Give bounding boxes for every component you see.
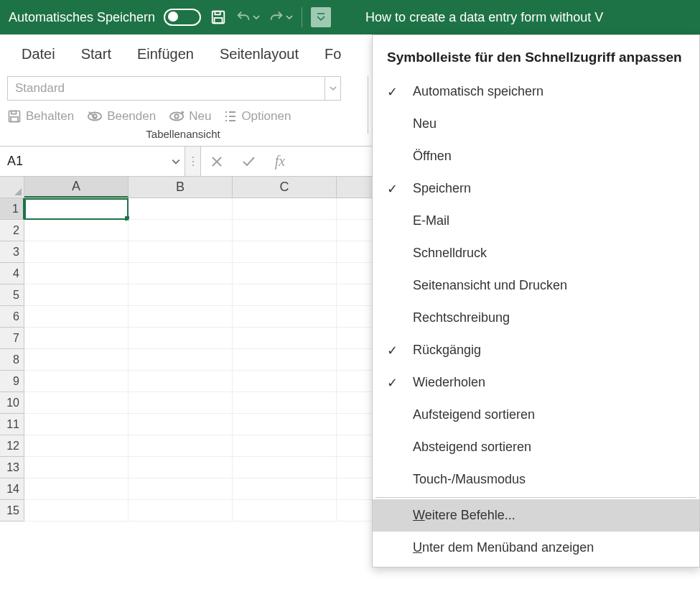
qat-show-below-ribbon[interactable]: Unter dem Menüband anzeigen: [373, 532, 699, 564]
save-icon[interactable]: [210, 9, 227, 26]
cell[interactable]: [129, 284, 233, 306]
row-header[interactable]: 11: [0, 414, 24, 435]
cell[interactable]: [129, 500, 233, 522]
row-header[interactable]: 4: [0, 263, 24, 284]
cell[interactable]: [233, 328, 337, 349]
cell[interactable]: [233, 478, 337, 500]
cell[interactable]: [233, 241, 337, 263]
qat-menu-item[interactable]: ✓Wiederholen: [373, 366, 699, 399]
row-header[interactable]: 13: [0, 457, 24, 478]
qat-customize-button[interactable]: [311, 7, 331, 27]
cell[interactable]: [233, 371, 337, 392]
redo-button[interactable]: [269, 9, 293, 25]
row-header[interactable]: 10: [0, 392, 24, 414]
qat-menu-item[interactable]: E-Mail: [373, 205, 699, 237]
qat-item-label: Aufsteigend sortieren: [413, 407, 535, 422]
cell[interactable]: [24, 328, 129, 349]
tab-file[interactable]: Datei: [11, 43, 65, 65]
cell[interactable]: [24, 500, 129, 522]
keep-button[interactable]: Behalten: [7, 109, 74, 124]
cancel-button[interactable]: [201, 155, 233, 168]
fx-button[interactable]: fx: [264, 153, 296, 170]
cell[interactable]: [129, 263, 233, 284]
cell[interactable]: [24, 263, 129, 284]
tab-formulas[interactable]: Fo: [314, 43, 351, 65]
row-header[interactable]: 3: [0, 241, 24, 263]
undo-button[interactable]: [235, 9, 260, 25]
sheet-view-select[interactable]: Standard: [7, 76, 341, 101]
cell[interactable]: [233, 198, 337, 220]
qat-more-commands[interactable]: Weitere Befehle...: [373, 499, 699, 532]
options-button[interactable]: Optionen: [224, 109, 291, 124]
cell[interactable]: [129, 414, 233, 435]
cell[interactable]: [24, 414, 129, 435]
row-header[interactable]: 8: [0, 349, 24, 371]
column-header-a[interactable]: A: [24, 177, 129, 198]
row-header[interactable]: 1: [0, 198, 24, 220]
cell[interactable]: [233, 414, 337, 435]
qat-menu-item[interactable]: ✓Automatisch speichern: [373, 75, 699, 108]
cell[interactable]: [233, 457, 337, 478]
cell[interactable]: [24, 371, 129, 392]
cell[interactable]: [233, 284, 337, 306]
exit-button[interactable]: Beenden: [87, 109, 156, 124]
row-header[interactable]: 12: [0, 435, 24, 457]
cell[interactable]: [233, 392, 337, 414]
cell[interactable]: [24, 220, 129, 241]
cell[interactable]: [129, 328, 233, 349]
cell[interactable]: [24, 435, 129, 457]
cell[interactable]: [24, 306, 129, 328]
qat-menu-item[interactable]: ✓Speichern: [373, 172, 699, 205]
cell[interactable]: [129, 435, 233, 457]
cell[interactable]: [129, 392, 233, 414]
cell[interactable]: [24, 478, 129, 500]
row-header[interactable]: 6: [0, 306, 24, 328]
cell[interactable]: [129, 478, 233, 500]
cell[interactable]: [24, 198, 129, 220]
cell[interactable]: [233, 306, 337, 328]
cell[interactable]: [233, 220, 337, 241]
row-header[interactable]: 15: [0, 500, 24, 522]
qat-menu-item[interactable]: Absteigend sortieren: [373, 431, 699, 463]
qat-menu-item[interactable]: Seitenansicht und Drucken: [373, 269, 699, 302]
cell[interactable]: [24, 392, 129, 414]
cell[interactable]: [129, 349, 233, 371]
qat-menu-item[interactable]: Aufsteigend sortieren: [373, 399, 699, 431]
row-header[interactable]: 14: [0, 478, 24, 500]
row-header[interactable]: 9: [0, 371, 24, 392]
qat-menu-item[interactable]: ✓Rückgängig: [373, 334, 699, 366]
qat-menu-item[interactable]: Rechtschreibung: [373, 302, 699, 334]
tab-insert[interactable]: Einfügen: [127, 43, 204, 65]
cell[interactable]: [129, 220, 233, 241]
confirm-button[interactable]: [233, 155, 264, 168]
cell[interactable]: [233, 349, 337, 371]
cell[interactable]: [233, 435, 337, 457]
autosave-toggle[interactable]: [164, 9, 201, 26]
row-header[interactable]: 5: [0, 284, 24, 306]
tab-layout[interactable]: Seitenlayout: [210, 43, 309, 65]
cell[interactable]: [129, 457, 233, 478]
cell[interactable]: [129, 198, 233, 220]
cell[interactable]: [129, 241, 233, 263]
column-header-c[interactable]: C: [233, 177, 337, 198]
new-view-button[interactable]: Neu: [169, 109, 211, 124]
qat-item-label: Touch-/Mausmodus: [413, 472, 526, 487]
row-header[interactable]: 2: [0, 220, 24, 241]
qat-menu-item[interactable]: Neu: [373, 108, 699, 140]
cell[interactable]: [24, 457, 129, 478]
qat-menu-item[interactable]: Öffnen: [373, 140, 699, 172]
select-all-corner[interactable]: [0, 177, 24, 198]
cell[interactable]: [233, 263, 337, 284]
cell[interactable]: [24, 284, 129, 306]
row-header[interactable]: 7: [0, 328, 24, 349]
column-header-b[interactable]: B: [129, 177, 233, 198]
cell[interactable]: [24, 349, 129, 371]
qat-menu-item[interactable]: Schnelldruck: [373, 237, 699, 269]
cell[interactable]: [233, 500, 337, 522]
cell[interactable]: [129, 371, 233, 392]
cell[interactable]: [129, 306, 233, 328]
tab-home[interactable]: Start: [71, 43, 121, 65]
qat-menu-item[interactable]: Touch-/Mausmodus: [373, 463, 699, 496]
cell[interactable]: [24, 241, 129, 263]
name-box[interactable]: A1: [0, 147, 185, 176]
